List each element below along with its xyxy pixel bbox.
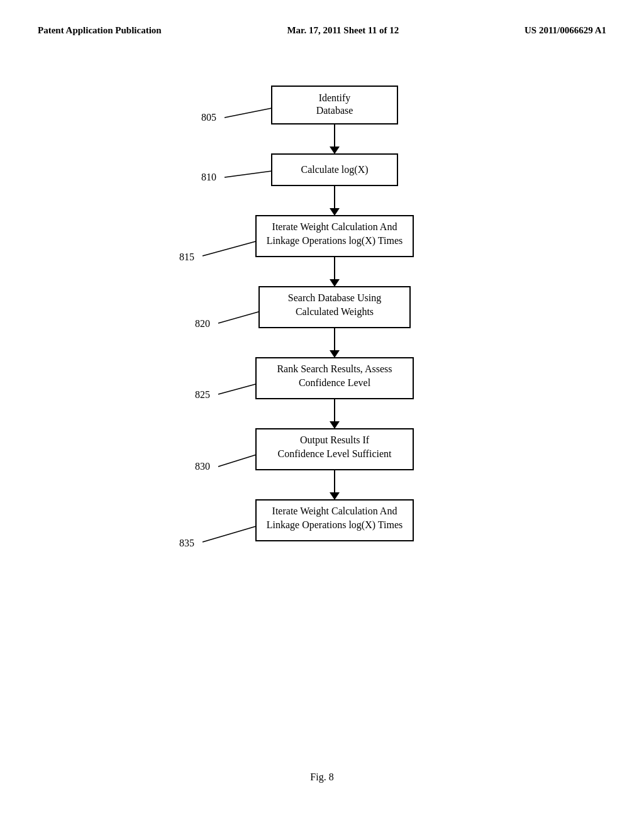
svg-line-12: [203, 526, 256, 542]
header-left: Patent Application Publication: [38, 25, 162, 36]
box-text-830-line1: Output Results If: [300, 434, 370, 446]
box-text-835-line2: Linkage Operations log(X) Times: [267, 519, 402, 531]
arrow-1: [330, 147, 340, 154]
label-825: 825: [195, 389, 210, 400]
box-text-825-line1: Rank Search Results, Assess: [277, 363, 392, 374]
header-center: Mar. 17, 2011 Sheet 11 of 12: [287, 25, 399, 36]
box-text-810: Calculate log(X): [301, 164, 368, 175]
box-text-805-line2: Database: [316, 105, 353, 116]
box-text-820-line2: Calculated Weights: [296, 306, 374, 318]
arrow-3: [330, 279, 340, 287]
svg-line-2: [225, 171, 272, 177]
arrow-6: [330, 492, 340, 500]
page-header: Patent Application Publication Mar. 17, …: [0, 0, 644, 48]
label-820: 820: [195, 318, 210, 329]
box-text-805-line1: Identify: [319, 92, 351, 104]
label-815: 815: [179, 252, 194, 262]
arrow-4: [330, 350, 340, 358]
svg-line-0: [225, 108, 272, 118]
header-right: US 2011/0066629 A1: [525, 25, 606, 36]
arrow-5: [330, 421, 340, 429]
box-text-830-line2: Confidence Level Sufficient: [278, 448, 392, 459]
diagram-area: 805 Identify Database 810 Calculate log(…: [0, 48, 644, 690]
arrow-2: [330, 208, 340, 216]
box-text-815-line2: Linkage Operations log(X) Times: [267, 235, 402, 246]
box-text-835-line1: Iterate Weight Calculation And: [272, 506, 397, 517]
label-830: 830: [195, 461, 210, 472]
box-text-820-line1: Search Database Using: [288, 292, 381, 304]
flowchart-svg: 805 Identify Database 810 Calculate log(…: [102, 74, 542, 690]
box-text-815-line1: Iterate Weight Calculation And: [272, 221, 397, 233]
fig-label: Fig. 8: [310, 772, 333, 782]
figure-caption: Fig. 8: [0, 772, 644, 783]
label-835: 835: [179, 538, 194, 548]
box-text-825-line2: Confidence Level: [299, 377, 371, 388]
label-810: 810: [201, 172, 216, 182]
label-805: 805: [201, 112, 216, 123]
